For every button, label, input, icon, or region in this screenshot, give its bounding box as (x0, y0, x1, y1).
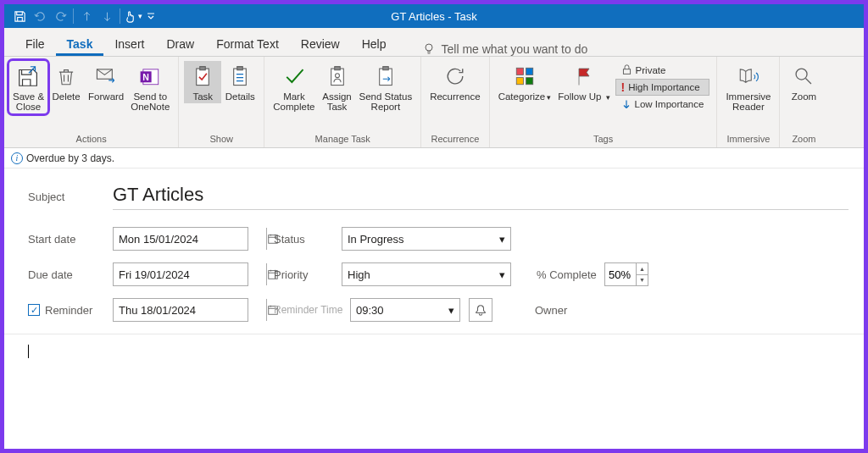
send-to-onenote-button[interactable]: N Send to OneNote (127, 61, 173, 113)
ribbon-tabs: File Task Insert Draw Format Text Review… (4, 28, 864, 57)
svg-rect-14 (516, 68, 523, 75)
categorize-button[interactable]: Categorize▾ (495, 61, 555, 103)
next-icon[interactable] (97, 4, 117, 28)
tab-insert[interactable]: Insert (103, 30, 155, 56)
reminder-label: Reminder (45, 304, 92, 317)
delete-button[interactable]: Delete (47, 61, 85, 103)
task-view-button[interactable]: Task (184, 61, 221, 103)
due-date-field[interactable] (113, 262, 248, 286)
reminder-sound-button[interactable] (469, 298, 492, 322)
tab-review[interactable]: Review (290, 30, 351, 56)
reminder-time-label: Reminder Time (274, 304, 350, 316)
status-value: In Progress (348, 233, 403, 246)
check-icon (281, 63, 308, 90)
percent-complete-input[interactable] (605, 268, 636, 282)
onenote-icon: N (136, 63, 164, 90)
chevron-down-icon: ▾ (547, 93, 551, 102)
bell-icon (475, 304, 487, 316)
task-form: Subject GT Articles Start date Status In… (4, 168, 864, 361)
chevron-down-icon: ▾ (499, 233, 505, 246)
subject-label: Subject (28, 191, 113, 203)
label: Save & Close (13, 91, 44, 112)
chevron-down-icon: ▾ (448, 304, 454, 317)
start-date-input[interactable] (114, 233, 266, 246)
quick-access-toolbar: ▾ (4, 4, 159, 28)
svg-rect-18 (623, 69, 630, 75)
details-view-button[interactable]: Details (221, 61, 259, 103)
reminder-time-dropdown[interactable]: 09:30 ▾ (350, 298, 460, 322)
clipboard-check-icon (189, 63, 216, 90)
follow-up-button[interactable]: Follow Up ▾ (554, 61, 613, 103)
redo-icon[interactable] (50, 4, 70, 28)
group-label: Immersive (722, 132, 774, 147)
save-close-icon (15, 63, 42, 90)
immersive-reader-button[interactable]: Immersive Reader (722, 61, 774, 113)
forward-button[interactable]: Forward (85, 61, 127, 103)
separator (120, 8, 120, 24)
tab-draw[interactable]: Draw (155, 30, 205, 56)
zoom-button[interactable]: Zoom (785, 61, 822, 103)
exclamation-icon: ! (621, 80, 626, 94)
reminder-checkbox[interactable]: ✓ (28, 304, 40, 316)
group-label: Actions (9, 132, 173, 147)
tab-format-text[interactable]: Format Text (205, 30, 290, 56)
book-sound-icon (735, 63, 762, 90)
group-manage-task: Mark Complete Assign Task Send Status Re… (264, 57, 421, 147)
touch-mode-icon[interactable]: ▾ (123, 4, 143, 28)
clipboard-list-icon (226, 63, 253, 90)
private-option[interactable]: Private (615, 63, 710, 77)
svg-rect-9 (331, 69, 343, 86)
assign-task-button[interactable]: Assign Task (319, 61, 356, 113)
send-status-report-button[interactable]: Send Status Report (356, 61, 416, 113)
customize-qat-icon[interactable] (143, 4, 159, 28)
prev-icon[interactable] (76, 4, 97, 28)
clipboard-person-icon (324, 63, 351, 90)
chevron-down-icon: ▾ (499, 268, 505, 281)
group-label: Tags (495, 132, 712, 147)
categorize-icon (511, 63, 538, 90)
tell-me-label: Tell me what you want to do (441, 42, 587, 56)
save-icon[interactable] (9, 4, 30, 28)
owner-label: Owner (535, 304, 586, 317)
tab-task[interactable]: Task (56, 30, 104, 56)
separator (73, 8, 74, 24)
forward-icon (92, 63, 120, 90)
svg-rect-17 (526, 78, 533, 85)
magnifier-icon (790, 63, 817, 90)
tab-file[interactable]: File (14, 30, 56, 56)
high-importance-option[interactable]: ! High Importance (615, 79, 710, 96)
flag-icon (570, 63, 598, 90)
subject-field[interactable]: GT Articles (113, 184, 203, 210)
tell-me-search[interactable]: Tell me what you want to do (422, 42, 587, 56)
undo-icon[interactable] (30, 4, 50, 28)
recurrence-button[interactable]: Recurrence (426, 61, 483, 103)
reminder-date-field[interactable] (113, 298, 248, 322)
group-immersive: Immersive Reader Immersive (717, 57, 780, 147)
svg-rect-10 (334, 67, 340, 70)
group-recurrence: Recurrence Recurrence (421, 57, 489, 147)
group-show: Task Details Show (179, 57, 264, 147)
body-field[interactable] (28, 334, 849, 361)
due-date-label: Due date (28, 268, 113, 281)
status-dropdown[interactable]: In Progress ▾ (342, 227, 511, 251)
mark-complete-button[interactable]: Mark Complete (270, 61, 318, 113)
ribbon: Save & Close Delete Forward N Send to On… (4, 57, 864, 148)
lightbulb-icon (422, 42, 436, 56)
priority-dropdown[interactable]: High ▾ (342, 262, 511, 286)
group-label: Show (184, 132, 259, 147)
title-bar: ▾ GT Articles - Task (4, 4, 864, 28)
tab-help[interactable]: Help (351, 30, 398, 56)
spinner-buttons[interactable]: ▲▼ (636, 263, 648, 285)
recurrence-icon (442, 63, 469, 90)
due-date-input[interactable] (114, 268, 266, 281)
reminder-time-value: 09:30 (356, 304, 384, 317)
start-date-field[interactable] (113, 227, 248, 251)
clipboard-send-icon (372, 63, 399, 90)
svg-rect-5 (197, 69, 209, 86)
low-importance-option[interactable]: Low Importance (615, 97, 710, 111)
percent-complete-spinner[interactable]: ▲▼ (604, 262, 648, 286)
spin-down-icon: ▼ (637, 275, 648, 286)
reminder-date-input[interactable] (114, 304, 266, 317)
save-and-close-button[interactable]: Save & Close (9, 61, 47, 113)
svg-rect-16 (516, 78, 523, 85)
